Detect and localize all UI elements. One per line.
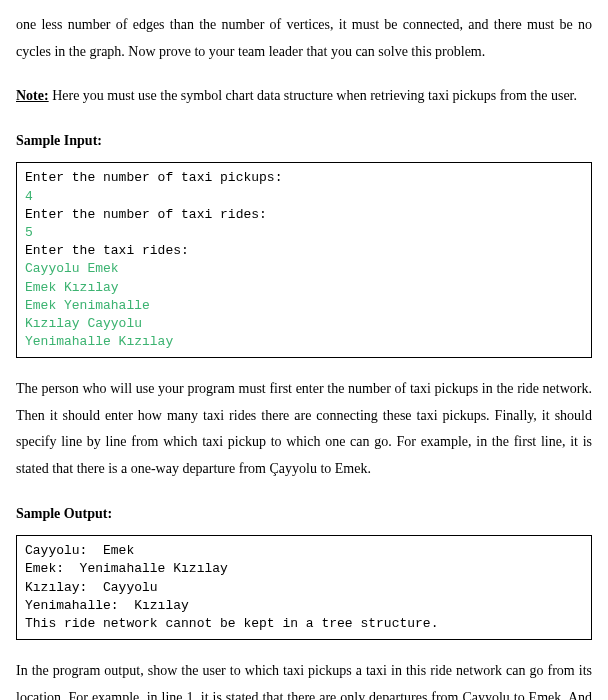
intro-paragraph: one less number of edges than the number… bbox=[16, 12, 592, 65]
code-line: Emek: Yenimahalle Kızılay bbox=[25, 560, 583, 578]
code-line: Emek Kızılay bbox=[25, 279, 583, 297]
code-line: Yenimahalle: Kızılay bbox=[25, 597, 583, 615]
sample-input-box: Enter the number of taxi pickups:4Enter … bbox=[16, 162, 592, 358]
code-line: 4 bbox=[25, 188, 583, 206]
code-line: Enter the taxi rides: bbox=[25, 242, 583, 260]
code-line: Cayyolu Emek bbox=[25, 260, 583, 278]
code-line: Kızılay: Cayyolu bbox=[25, 579, 583, 597]
code-line: Enter the number of taxi rides: bbox=[25, 206, 583, 224]
note-line: Note: Here you must use the symbol chart… bbox=[16, 83, 592, 110]
middle-paragraph: The person who will use your program mus… bbox=[16, 376, 592, 482]
code-line: Cayyolu: Emek bbox=[25, 542, 583, 560]
note-text: Here you must use the symbol chart data … bbox=[49, 88, 577, 103]
final-paragraph: In the program output, show the user to … bbox=[16, 658, 592, 700]
sample-output-box: Cayyolu: EmekEmek: Yenimahalle KızılayKı… bbox=[16, 535, 592, 640]
sample-output-heading: Sample Output: bbox=[16, 501, 592, 528]
code-line: Emek Yenimahalle bbox=[25, 297, 583, 315]
code-line: Yenimahalle Kızılay bbox=[25, 333, 583, 351]
code-line: Enter the number of taxi pickups: bbox=[25, 169, 583, 187]
sample-input-heading: Sample Input: bbox=[16, 128, 592, 155]
code-line: Kızılay Cayyolu bbox=[25, 315, 583, 333]
code-line: This ride network cannot be kept in a tr… bbox=[25, 615, 583, 633]
code-line: 5 bbox=[25, 224, 583, 242]
note-label: Note: bbox=[16, 88, 49, 103]
